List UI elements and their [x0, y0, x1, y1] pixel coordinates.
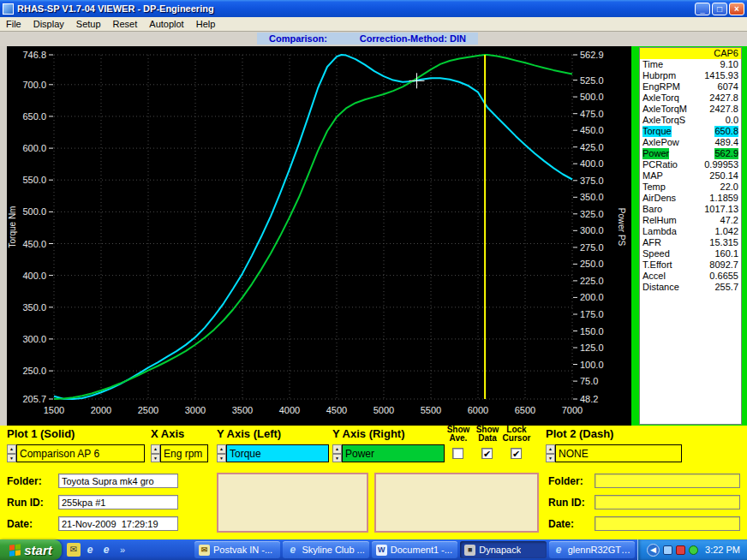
svg-text:125.0: 125.0 [580, 343, 604, 353]
system-tray: ◀ 3:22 PM [637, 539, 747, 560]
spinner-up-icon[interactable]: ▲ [546, 444, 555, 454]
x-axis-header: X Axis [151, 427, 184, 440]
task-buttons: ✉ Postvak IN -... e Skyline Club ... W D… [194, 541, 635, 558]
run-id-input-2[interactable] [595, 495, 740, 509]
telemetry-label: Baro [642, 204, 662, 215]
svg-text:700.0: 700.0 [22, 80, 46, 90]
task-button[interactable]: ✉ Postvak IN -... [194, 541, 280, 558]
spinner-up-icon[interactable]: ▲ [332, 444, 342, 454]
y-right-field[interactable]: Power [342, 444, 445, 462]
task-button[interactable]: e Skyline Club ... [283, 541, 368, 558]
plot1-field[interactable]: Comparison AP 6 [16, 444, 145, 462]
svg-text:100.0: 100.0 [580, 360, 604, 370]
telemetry-label: T.Effort [642, 259, 672, 271]
task-icon: ■ [464, 545, 475, 556]
lock-cursor-header: Lock Cursor [502, 426, 531, 443]
spinner-down-icon[interactable]: ▼ [7, 454, 16, 463]
close-button[interactable]: × [729, 3, 744, 15]
telemetry-value: 22.0 [720, 182, 738, 193]
spinner-up-icon[interactable]: ▲ [7, 444, 16, 454]
folder-input[interactable] [58, 474, 178, 488]
plot1-spinner[interactable]: ▲ ▼ [7, 444, 16, 462]
svg-text:300.0: 300.0 [580, 225, 604, 235]
plot2-spinner[interactable]: ▲ ▼ [546, 444, 555, 462]
start-button[interactable]: start [0, 539, 62, 560]
show-data-checkbox[interactable]: ✔ [481, 448, 493, 459]
dyno-chart-svg[interactable]: 1500200025003000350040004500500055006000… [7, 46, 631, 426]
quick-launch-icon[interactable]: e [99, 543, 113, 557]
show-ave-checkbox[interactable] [452, 448, 463, 459]
menu-item[interactable]: Help [190, 17, 222, 32]
quick-launch-icon[interactable]: » [116, 543, 129, 557]
svg-text:2000: 2000 [91, 405, 111, 415]
show-ave-header: Show Ave. [444, 426, 473, 443]
plot1-header: Plot 1 (Solid) [7, 427, 75, 440]
svg-text:200.0: 200.0 [580, 292, 604, 302]
dyno-chart[interactable]: 1500200025003000350040004500500055006000… [7, 46, 631, 426]
svg-text:500.0: 500.0 [22, 206, 46, 217]
spinner-down-icon[interactable]: ▼ [151, 454, 160, 463]
task-button[interactable]: e glennR32GTR... [549, 541, 635, 558]
y-left-spinner[interactable]: ▲ ▼ [217, 444, 226, 462]
x-axis-field[interactable]: Eng rpm [160, 444, 208, 462]
lock-cursor-checkbox[interactable]: ✔ [511, 448, 522, 459]
telemetry-value: 2427.8 [709, 104, 738, 115]
spinner-down-icon[interactable]: ▼ [332, 454, 342, 463]
y-right-combo: ▲ ▼ Power [332, 444, 445, 462]
task-button[interactable]: W Document1 -... [372, 541, 457, 558]
control-panel: Plot 1 (Solid) X Axis Y Axis (Left) Y Ax… [0, 426, 747, 539]
svg-text:Power PS: Power PS [617, 208, 626, 247]
svg-text:205.7: 205.7 [22, 394, 46, 404]
y-right-spinner[interactable]: ▲ ▼ [332, 444, 342, 462]
quick-launch: ✉ e e » [62, 543, 134, 557]
maximize-button[interactable]: □ [712, 3, 727, 15]
svg-text:3000: 3000 [185, 405, 206, 415]
clock[interactable]: 3:22 PM [705, 545, 740, 555]
quick-launch-icon[interactable]: ✉ [67, 543, 81, 557]
svg-text:6500: 6500 [515, 405, 535, 415]
tray-display-icon[interactable] [663, 545, 672, 555]
date-input[interactable] [58, 516, 178, 531]
plot2-field[interactable]: NONE [555, 444, 682, 462]
telemetry-label: Temp [642, 182, 666, 193]
run-id-label-2: Run ID: [548, 497, 585, 509]
y-left-field[interactable]: Torque [226, 444, 329, 462]
spinner-down-icon[interactable]: ▼ [546, 454, 555, 463]
telemetry-label: AFR [642, 237, 661, 248]
svg-text:450.0: 450.0 [580, 125, 604, 135]
task-label: Document1 -... [391, 545, 452, 555]
menu-item[interactable]: Reset [107, 17, 144, 32]
info-box-right [374, 473, 539, 533]
telemetry-value: 0.6655 [709, 271, 738, 282]
tray-alert-icon[interactable] [676, 545, 685, 555]
task-label: Skyline Club ... [302, 545, 364, 555]
tray-chevron-icon[interactable]: ◀ [647, 544, 660, 557]
telemetry-row: Speed 160.1 [640, 248, 741, 259]
spinner-up-icon[interactable]: ▲ [151, 444, 160, 454]
menu-item[interactable]: Display [27, 17, 70, 32]
run-id-input[interactable] [58, 495, 178, 509]
telemetry-row: RelHum 47.2 [640, 215, 741, 226]
folder-input-2[interactable] [595, 474, 740, 488]
task-icon: W [376, 545, 387, 556]
spinner-down-icon[interactable]: ▼ [217, 454, 226, 463]
taskbar: start ✉ e e » ✉ Postvak IN -... e [0, 539, 747, 560]
menu-item[interactable]: Setup [70, 17, 107, 32]
svg-text:5500: 5500 [421, 405, 441, 415]
telemetry-label: MAP [642, 170, 663, 182]
app-icon[interactable] [3, 3, 14, 15]
telemetry-value: 1.1859 [709, 193, 738, 204]
minimize-button[interactable]: _ [695, 3, 710, 15]
telemetry-value: 562.9 [714, 148, 738, 159]
menu-item[interactable]: Autoplot [143, 17, 189, 32]
task-button[interactable]: ■ Dynapack [460, 541, 546, 558]
menu-item[interactable]: File [0, 17, 27, 32]
telemetry-label: AxleTorq [642, 92, 679, 104]
task-label: glennR32GTR... [568, 545, 630, 555]
x-axis-spinner[interactable]: ▲ ▼ [151, 444, 160, 462]
date-input-2[interactable] [595, 516, 740, 531]
date-label: Date: [7, 518, 33, 530]
quick-launch-icon[interactable]: e [83, 543, 97, 557]
spinner-up-icon[interactable]: ▲ [217, 444, 226, 454]
tray-antivirus-icon[interactable] [689, 545, 698, 555]
